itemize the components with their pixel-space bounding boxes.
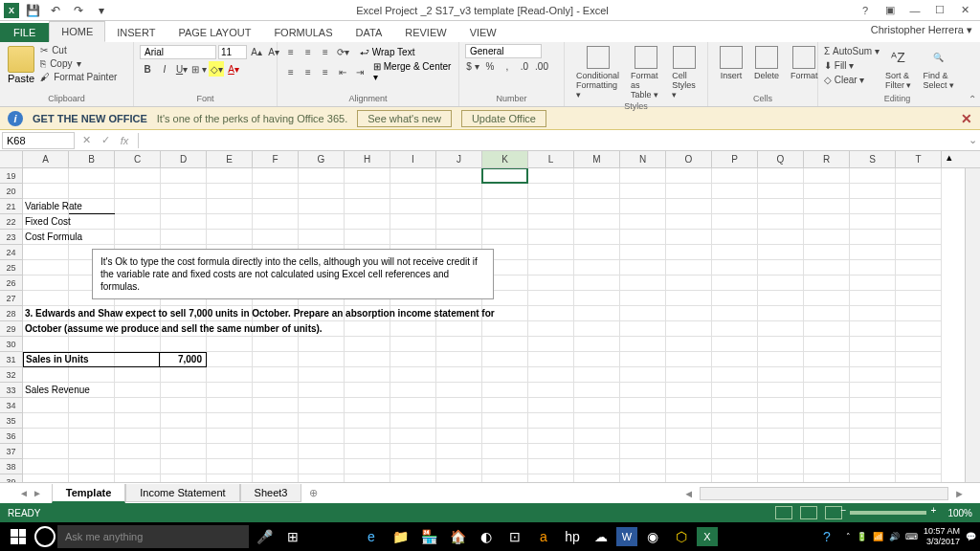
cell-C21[interactable]	[115, 199, 161, 214]
cell-B20[interactable]	[69, 184, 115, 199]
cell-S33[interactable]	[850, 383, 896, 398]
cell-S34[interactable]	[850, 398, 896, 413]
cell-L32[interactable]	[528, 367, 574, 383]
cell-H39[interactable]	[345, 474, 390, 482]
cell-R35[interactable]	[804, 413, 850, 429]
cell-G21[interactable]	[299, 199, 345, 214]
cell-M29[interactable]	[574, 321, 620, 337]
dec-indent-icon[interactable]: ⇤	[335, 64, 350, 79]
cell-N39[interactable]	[620, 474, 666, 482]
cell-O22[interactable]	[666, 214, 712, 230]
col-header-O[interactable]: O	[666, 151, 712, 167]
cell-T25[interactable]	[896, 260, 942, 276]
autosum-button[interactable]: Σ AutoSum ▾	[824, 44, 880, 58]
cell-D23[interactable]	[161, 230, 207, 245]
help-tray-icon[interactable]: ?	[813, 524, 840, 549]
cell-R24[interactable]	[804, 245, 850, 260]
cell-K38[interactable]	[482, 459, 528, 474]
expand-formula-bar-icon[interactable]: ⌄	[965, 134, 980, 146]
formula-input[interactable]	[138, 133, 965, 148]
horizontal-scrollbar[interactable]	[700, 487, 948, 500]
cell-L29[interactable]	[528, 321, 574, 337]
cloud-icon[interactable]: ☁	[588, 524, 614, 549]
cell-D19[interactable]	[161, 168, 207, 184]
cell-D32[interactable]	[161, 367, 207, 383]
name-box[interactable]	[2, 132, 75, 149]
cell-N26[interactable]	[620, 276, 666, 291]
cell-M25[interactable]	[574, 260, 620, 276]
col-header-L[interactable]: L	[528, 151, 574, 167]
cell-M36[interactable]	[574, 429, 620, 444]
cell-A34[interactable]	[23, 398, 69, 413]
cell-B22[interactable]	[69, 214, 115, 230]
cell-S31[interactable]	[850, 352, 896, 367]
cell-L27[interactable]	[528, 291, 574, 306]
cell-Q35[interactable]	[758, 413, 804, 429]
tab-data[interactable]: DATA	[345, 23, 394, 42]
cell-P33[interactable]	[712, 383, 758, 398]
cell-O25[interactable]	[666, 260, 712, 276]
cell-O36[interactable]	[666, 429, 712, 444]
start-button[interactable]	[4, 524, 33, 549]
cell-P28[interactable]	[712, 306, 758, 321]
fx-icon[interactable]: fx	[115, 132, 134, 149]
cell-R30[interactable]	[804, 337, 850, 352]
cell-L19[interactable]	[528, 168, 574, 184]
cell-T33[interactable]	[896, 383, 942, 398]
cell-G32[interactable]	[299, 367, 345, 383]
cell-T35[interactable]	[896, 413, 942, 429]
cell-I20[interactable]	[390, 184, 436, 199]
cell-T28[interactable]	[896, 306, 942, 321]
cell-J22[interactable]	[436, 214, 482, 230]
cell-L25[interactable]	[528, 260, 574, 276]
cell-C35[interactable]	[115, 413, 161, 429]
cell-S32[interactable]	[850, 367, 896, 383]
cell-T22[interactable]	[896, 214, 942, 230]
cell-J20[interactable]	[436, 184, 482, 199]
cell-M28[interactable]	[574, 306, 620, 321]
cell-D36[interactable]	[161, 429, 207, 444]
cell-N28[interactable]	[620, 306, 666, 321]
row-header-31[interactable]: 31	[0, 352, 22, 367]
mic-icon[interactable]: 🎤	[251, 524, 278, 549]
user-name[interactable]: Christopher Herrera	[871, 24, 964, 35]
cell-M22[interactable]	[574, 214, 620, 230]
cell-M24[interactable]	[574, 245, 620, 260]
insert-cells-button[interactable]: Insert	[714, 44, 748, 82]
col-header-G[interactable]: G	[299, 151, 345, 167]
cell-S26[interactable]	[850, 276, 896, 291]
cell-I30[interactable]	[390, 337, 436, 352]
col-header-K[interactable]: K	[482, 151, 528, 167]
cell-G37[interactable]	[299, 444, 345, 459]
cell-D39[interactable]	[161, 474, 207, 482]
close-icon[interactable]: ✕	[953, 2, 976, 19]
cell-R28[interactable]	[804, 306, 850, 321]
cell-G30[interactable]	[299, 337, 345, 352]
cell-H19[interactable]	[345, 168, 390, 184]
cell-I23[interactable]	[390, 230, 436, 245]
cell-S28[interactable]	[850, 306, 896, 321]
row-header-34[interactable]: 34	[0, 398, 22, 413]
tray-up-icon[interactable]: ˄	[846, 532, 851, 541]
wifi-icon[interactable]: 📶	[873, 532, 883, 541]
conditional-formatting-button[interactable]: ConditionalFormatting ▾	[570, 44, 625, 101]
cell-S39[interactable]	[850, 474, 896, 482]
cell-M30[interactable]	[574, 337, 620, 352]
cell-J31[interactable]	[436, 352, 482, 367]
cell-B19[interactable]	[69, 168, 115, 184]
cell-G31[interactable]	[299, 352, 345, 367]
cell-J32[interactable]	[436, 367, 482, 383]
enter-formula-icon[interactable]: ✓	[96, 132, 115, 149]
cell-E31[interactable]	[207, 352, 253, 367]
cell-H37[interactable]	[345, 444, 390, 459]
cell-O23[interactable]	[666, 230, 712, 245]
cell-O38[interactable]	[666, 459, 712, 474]
cell-Q34[interactable]	[758, 398, 804, 413]
paste-button[interactable]: Paste	[6, 44, 36, 86]
cell-D20[interactable]	[161, 184, 207, 199]
cell-P32[interactable]	[712, 367, 758, 383]
cell-T23[interactable]	[896, 230, 942, 245]
sheet-tab-sheet3[interactable]: Sheet3	[240, 484, 302, 502]
cell-M32[interactable]	[574, 367, 620, 383]
cell-S19[interactable]	[850, 168, 896, 184]
